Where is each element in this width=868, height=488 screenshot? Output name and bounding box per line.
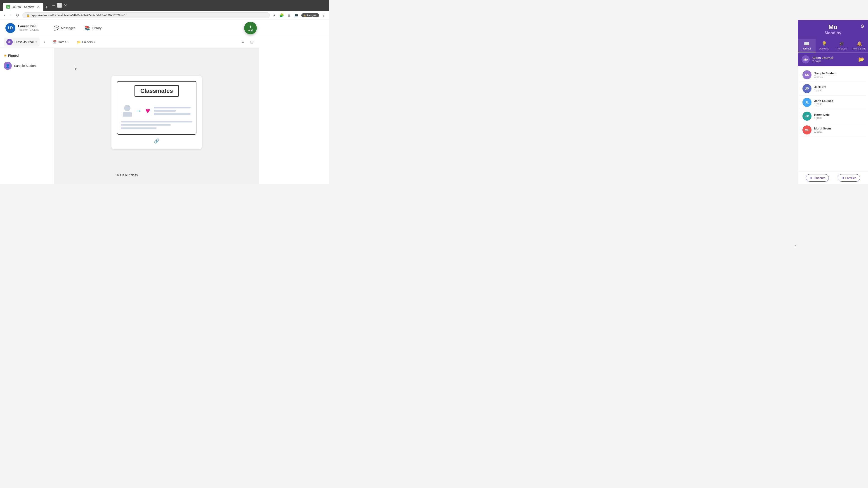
toolbar: Mo Class Journal ▾ ‹ 📅 Dates › 📁 Folders… bbox=[0, 36, 259, 48]
person-body-icon bbox=[123, 112, 132, 117]
sidebar: ★ Pinned 👤 Sample Student bbox=[0, 48, 54, 184]
card-bottom-lines bbox=[121, 121, 192, 129]
user-details: Lauren Deli Teacher · 1 Class bbox=[18, 24, 39, 32]
reload-button[interactable]: ↻ bbox=[14, 12, 21, 19]
extensions-button[interactable]: 🧩 bbox=[278, 12, 285, 18]
top-navigation: LD Lauren Deli Teacher · 1 Class 💬 Messa… bbox=[0, 20, 329, 36]
main-content: Mo Class Journal ▾ ‹ 📅 Dates › 📁 Folders… bbox=[0, 36, 259, 184]
maximize-button[interactable]: ⬜ bbox=[57, 3, 62, 8]
line-1 bbox=[154, 107, 191, 108]
devices-button[interactable]: 💻 bbox=[293, 12, 300, 18]
caption-container: This is our class! bbox=[112, 171, 202, 179]
browser-tabs: S Journal - Seesaw ✕ + bbox=[3, 0, 50, 11]
new-tab-button[interactable]: + bbox=[43, 4, 50, 11]
prev-arrow-button[interactable]: ‹ bbox=[42, 39, 47, 45]
class-selector[interactable]: Mo Class Journal ▾ bbox=[4, 37, 39, 46]
forward-button[interactable]: › bbox=[8, 12, 13, 19]
user-role: Teacher · 1 Class bbox=[18, 28, 39, 32]
folder-icon: 📁 bbox=[77, 40, 81, 44]
navigation-bar: ‹ › ↻ 🔒 app.seesaw.me/#/class/class.e01b… bbox=[0, 11, 329, 20]
library-label: Library bbox=[92, 26, 102, 30]
user-info: LD Lauren Deli Teacher · 1 Class bbox=[5, 23, 39, 33]
library-icon: 📚 bbox=[85, 25, 90, 31]
folders-chevron-icon: ▾ bbox=[94, 40, 95, 43]
card-line-3 bbox=[121, 127, 157, 129]
add-plus-icon: + bbox=[249, 24, 252, 30]
address-bar[interactable]: 🔒 app.seesaw.me/#/class/class.e01bf4c2-9… bbox=[22, 12, 270, 18]
sample-student-name: Sample Student bbox=[14, 64, 37, 68]
arrow-right-icon: › bbox=[67, 39, 69, 44]
class-initials: Mo bbox=[6, 39, 13, 45]
lock-icon: 🔒 bbox=[26, 13, 30, 17]
bookmark-button[interactable]: ★ bbox=[272, 12, 277, 18]
messages-icon: 💬 bbox=[54, 25, 59, 31]
back-button[interactable]: ‹ bbox=[3, 12, 7, 19]
tab-favicon: S bbox=[6, 5, 10, 8]
tab-title: Journal - Seesaw bbox=[12, 5, 34, 8]
url-text: app.seesaw.me/#/class/class.e01bf4c2-9a2… bbox=[32, 13, 125, 17]
link-icon-container: 🔗 bbox=[117, 138, 196, 144]
filter-button[interactable]: ≡ bbox=[240, 39, 246, 45]
browser-nav-icons: ★ 🧩 ⊞ 💻 🕵 Incognito ⋮ bbox=[272, 12, 327, 18]
calendar-icon: 📅 bbox=[53, 40, 57, 44]
chevron-down-icon: ▾ bbox=[35, 40, 37, 43]
grid-button[interactable]: ⊞ bbox=[287, 12, 291, 18]
library-link[interactable]: 📚 Library bbox=[81, 24, 105, 33]
heart-icon: ♥ bbox=[145, 106, 150, 116]
card-line-1 bbox=[121, 121, 192, 123]
calendar-view-button[interactable]: ⊞ bbox=[248, 39, 255, 45]
user-name: Lauren Deli bbox=[18, 24, 39, 29]
messages-label: Messages bbox=[61, 26, 75, 30]
feed-area: Classmates → ♥ bbox=[54, 48, 259, 184]
add-label: Add bbox=[248, 29, 252, 32]
add-button[interactable]: + Add bbox=[244, 22, 257, 34]
classmates-card: Classmates → ♥ bbox=[112, 76, 202, 149]
content-area: ★ Pinned 👤 Sample Student Classmates bbox=[0, 48, 259, 184]
sample-student-avatar: 👤 bbox=[4, 62, 12, 70]
dates-label: Dates bbox=[58, 40, 66, 44]
line-3 bbox=[154, 113, 191, 115]
class-name: Class Journal bbox=[14, 40, 34, 44]
caption-text: This is our class! bbox=[113, 173, 141, 177]
app-container: LD Lauren Deli Teacher · 1 Class 💬 Messa… bbox=[0, 20, 329, 184]
sidebar-item-sample-student[interactable]: 👤 Sample Student bbox=[0, 59, 54, 72]
close-button[interactable]: ✕ bbox=[64, 3, 67, 8]
pinned-section-header: ★ Pinned bbox=[0, 52, 54, 59]
star-icon: ★ bbox=[4, 53, 7, 58]
classmates-title: Classmates bbox=[134, 85, 179, 97]
folders-label: Folders bbox=[82, 40, 93, 44]
arrow-right-icon: → bbox=[135, 107, 142, 114]
nav-links: 💬 Messages 📚 Library bbox=[50, 24, 105, 33]
person-visual bbox=[123, 105, 132, 117]
browser-chrome: S Journal - Seesaw ✕ + ─ ⬜ ✕ bbox=[0, 0, 329, 11]
link-icon[interactable]: 🔗 bbox=[154, 138, 160, 143]
dates-button[interactable]: 📅 Dates › bbox=[50, 38, 72, 46]
tab-close-button[interactable]: ✕ bbox=[37, 5, 40, 9]
lines-visual bbox=[154, 105, 191, 116]
classmates-visual-card: Classmates → ♥ bbox=[117, 81, 196, 135]
line-2 bbox=[154, 110, 176, 111]
messages-link[interactable]: 💬 Messages bbox=[50, 24, 79, 33]
incognito-badge: 🕵 Incognito bbox=[301, 13, 319, 17]
card-line-2 bbox=[121, 124, 171, 126]
pinned-label: Pinned bbox=[8, 54, 19, 57]
folders-button[interactable]: 📁 Folders ▾ bbox=[74, 39, 98, 45]
menu-button[interactable]: ⋮ bbox=[321, 12, 327, 18]
active-tab[interactable]: S Journal - Seesaw ✕ bbox=[3, 3, 43, 11]
person-head-icon bbox=[124, 105, 130, 111]
avatar: LD bbox=[5, 23, 16, 33]
classmates-visual: → ♥ bbox=[121, 103, 192, 119]
minimize-button[interactable]: ─ bbox=[53, 3, 55, 8]
